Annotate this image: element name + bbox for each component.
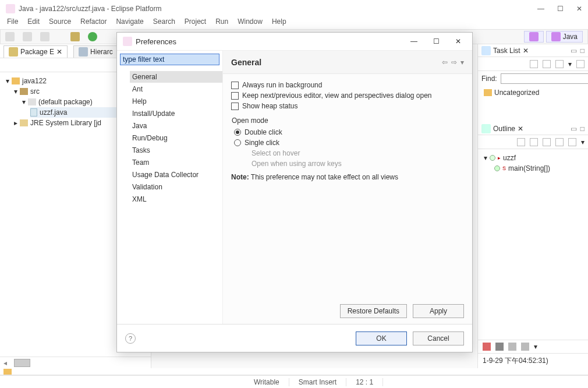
hide-fields-icon[interactable] xyxy=(530,138,538,146)
file-label: uzzf.java xyxy=(40,108,67,117)
library-icon xyxy=(20,119,28,126)
perspective-label: Java xyxy=(563,33,578,41)
library-label: JRE System Library [jd xyxy=(30,119,101,127)
checkbox-keep-dialog[interactable]: Keep next/previous editor, view and pers… xyxy=(231,90,464,101)
nav-back-icon[interactable]: ⇦ xyxy=(442,58,448,66)
hide-local-icon[interactable] xyxy=(568,138,576,146)
checkbox-keep-label: Keep next/previous editor, view and pers… xyxy=(242,91,432,100)
uncategorized-row[interactable]: Uncategorized xyxy=(478,86,588,99)
dialog-titlebar: Preferences — ☐ ✕ xyxy=(117,33,472,50)
save-all-icon[interactable] xyxy=(40,32,49,41)
menu-source[interactable]: Source xyxy=(49,17,71,29)
close-button[interactable]: ✕ xyxy=(576,5,582,13)
horizontal-scrollbar[interactable]: ◂ xyxy=(0,357,151,368)
menu-refactor[interactable]: Refactor xyxy=(80,17,107,29)
tasklist-header: Task List ✕ ▭□ xyxy=(478,44,588,57)
run-icon[interactable] xyxy=(88,32,97,41)
package-icon xyxy=(9,47,18,57)
category-validation[interactable]: Validation xyxy=(130,181,222,193)
category-run-debug[interactable]: Run/Debug xyxy=(130,132,222,144)
category-help[interactable]: Help xyxy=(130,96,222,107)
new-task-icon[interactable] xyxy=(530,60,538,68)
tasklist-title: Task List xyxy=(493,47,520,55)
categorize-icon[interactable] xyxy=(543,60,551,68)
minimize-view-icon[interactable]: ▭ xyxy=(571,47,577,55)
tasklist-menu-icon[interactable]: ▾ xyxy=(568,60,572,68)
window-titlebar: Java - java122/src/uzzf.java - Eclipse P… xyxy=(0,0,588,17)
menu-run[interactable]: Run xyxy=(215,17,228,29)
maximize-button[interactable]: ☐ xyxy=(557,5,564,13)
status-bar: Writable Smart Insert 12 : 1 xyxy=(0,375,588,388)
category-install-update[interactable]: Install/Update xyxy=(130,108,222,119)
menu-search[interactable]: Search xyxy=(153,17,175,29)
menu-window[interactable]: Window xyxy=(238,17,263,29)
package-folder-icon xyxy=(28,98,36,105)
open-perspective-button[interactable] xyxy=(524,31,544,43)
help-icon[interactable]: ? xyxy=(125,333,136,344)
maximize-view-icon[interactable]: □ xyxy=(580,47,585,55)
remove-launches-icon[interactable] xyxy=(495,343,504,351)
outline-menu-icon[interactable]: ▾ xyxy=(581,138,585,146)
clear-console-icon[interactable] xyxy=(508,343,516,351)
menu-help[interactable]: Help xyxy=(272,17,286,29)
ok-button[interactable]: OK xyxy=(356,331,407,345)
menu-file[interactable]: File xyxy=(7,17,18,29)
menu-project[interactable]: Project xyxy=(185,17,206,29)
sync-icon[interactable] xyxy=(576,60,585,68)
minimize-outline-icon[interactable]: ▭ xyxy=(571,125,577,133)
sort-icon[interactable] xyxy=(517,138,525,146)
category-ant[interactable]: Ant xyxy=(130,83,222,95)
radio-double-click[interactable]: Double click xyxy=(232,127,463,137)
open-mode-group: Open mode Double click Single click Sele… xyxy=(231,115,464,170)
pin-console-icon[interactable] xyxy=(521,343,529,351)
eclipse-icon xyxy=(6,4,15,13)
dialog-close-button[interactable]: ✕ xyxy=(450,37,466,45)
apply-button[interactable]: Apply xyxy=(413,304,464,318)
tasklist-icon xyxy=(481,46,491,55)
folder-icon xyxy=(484,89,492,96)
tab-package-explorer[interactable]: Package E ✕ xyxy=(3,45,68,58)
hide-nonpublic-icon[interactable] xyxy=(555,138,564,146)
dialog-minimize-button[interactable]: — xyxy=(406,37,422,45)
note-bold: Note: xyxy=(231,173,249,181)
perspective-java[interactable]: Java xyxy=(546,31,583,43)
dialog-maximize-button[interactable]: ☐ xyxy=(428,37,444,45)
debug-icon[interactable] xyxy=(70,32,80,41)
terminate-icon[interactable] xyxy=(483,343,491,351)
category-xml[interactable]: XML xyxy=(130,193,222,205)
fastview-icon[interactable] xyxy=(3,369,12,375)
maximize-outline-icon[interactable]: □ xyxy=(580,125,585,133)
category-general[interactable]: General xyxy=(130,71,222,83)
schedule-icon[interactable] xyxy=(555,60,564,68)
restore-defaults-button[interactable]: Restore Defaults xyxy=(340,304,407,318)
checkbox-always-run-bg[interactable]: Always run in background xyxy=(231,80,464,90)
cancel-button[interactable]: Cancel xyxy=(413,331,464,345)
close-tab-icon[interactable]: ✕ xyxy=(56,48,62,56)
scrollbar-thumb[interactable] xyxy=(14,359,30,367)
nav-menu-icon[interactable]: ▾ xyxy=(461,58,464,66)
tab-hierarchy-label: Hierarc xyxy=(90,48,113,56)
category-usage-data[interactable]: Usage Data Collector xyxy=(130,169,222,181)
category-tasks[interactable]: Tasks xyxy=(130,144,222,156)
save-icon[interactable] xyxy=(23,32,32,41)
find-input[interactable] xyxy=(501,73,588,84)
tab-hierarchy[interactable]: Hierarc xyxy=(73,45,118,58)
hide-static-icon[interactable] xyxy=(543,138,551,146)
menu-navigate[interactable]: Navigate xyxy=(116,17,143,29)
console-menu-icon[interactable]: ▾ xyxy=(534,343,537,351)
outline-class-node[interactable]: ▾ ▸uzzf xyxy=(484,153,582,163)
category-java[interactable]: Java xyxy=(130,120,222,132)
checkbox-bg-label: Always run in background xyxy=(242,81,322,89)
new-icon[interactable] xyxy=(5,32,15,41)
outline-method-label: main(String[]) xyxy=(508,164,550,172)
tab-package-label: Package E xyxy=(20,48,54,56)
restore-apply-row: Restore Defaults Apply xyxy=(223,298,472,324)
checkbox-heap-status[interactable]: Show heap status xyxy=(231,101,464,111)
filter-input[interactable] xyxy=(120,54,219,65)
category-team[interactable]: Team xyxy=(130,157,222,168)
minimize-button[interactable]: — xyxy=(537,5,544,13)
nav-forward-icon[interactable]: ⇨ xyxy=(451,58,457,66)
outline-method-node[interactable]: Smain(String[]) xyxy=(494,163,582,174)
radio-single-click[interactable]: Single click xyxy=(232,137,463,148)
menu-edit[interactable]: Edit xyxy=(27,17,40,29)
